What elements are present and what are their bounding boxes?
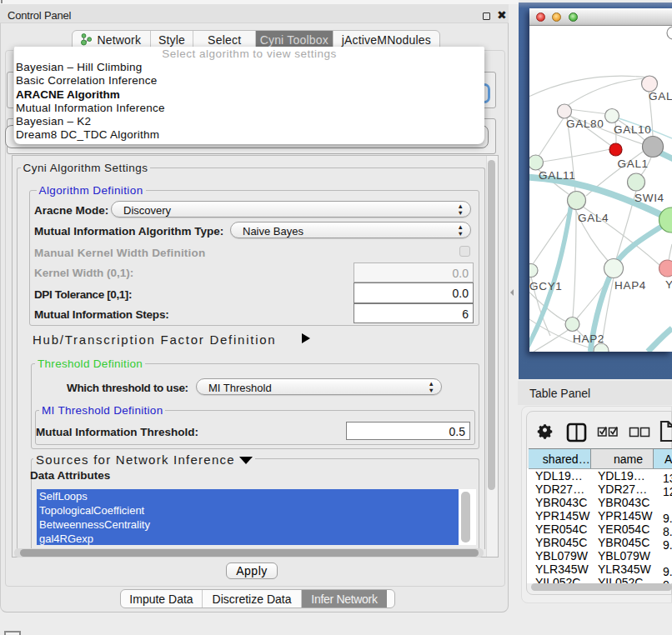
svg-text:SWI4: SWI4 — [634, 192, 664, 204]
svg-text:GAL1: GAL1 — [618, 158, 649, 170]
svg-text:GAL7: GAL7 — [649, 90, 672, 102]
svg-text:GAL4: GAL4 — [578, 212, 609, 224]
svg-text:GAL11: GAL11 — [539, 169, 576, 182]
svg-text:GCY1: GCY1 — [529, 280, 563, 292]
svg-text:GAL10: GAL10 — [614, 123, 652, 136]
svg-text:HAP2: HAP2 — [573, 332, 604, 345]
svg-text:HAP4: HAP4 — [614, 279, 646, 292]
svg-text:GAL80: GAL80 — [566, 118, 604, 130]
svg-text:Y: Y — [665, 278, 672, 291]
